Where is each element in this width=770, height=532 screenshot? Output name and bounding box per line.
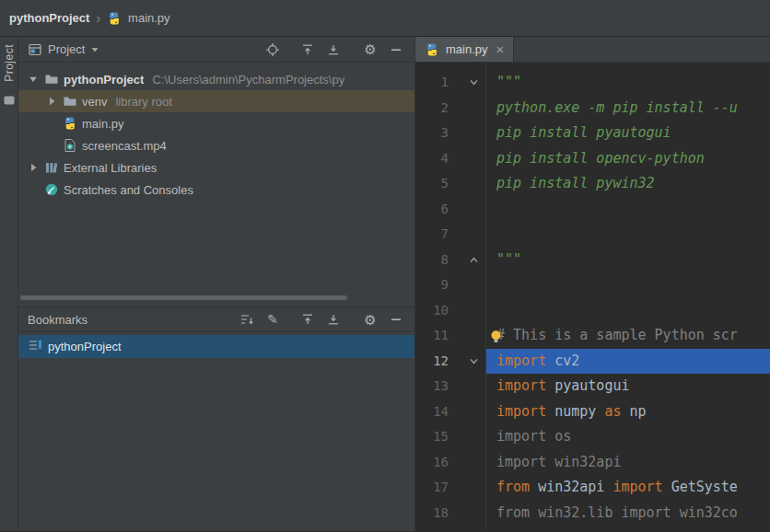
line-number[interactable]: 8 — [415, 248, 449, 273]
editor-line: 15import os — [415, 424, 770, 450]
fold-down-icon[interactable] — [449, 349, 485, 375]
edit-pencil-icon[interactable]: ✎ — [262, 309, 284, 330]
code-text[interactable]: import cv2 — [485, 349, 770, 375]
fold-gutter — [449, 323, 485, 349]
project-tree-rows: pythonProjectC:\Users\admin\PycharmProje… — [18, 68, 414, 201]
tree-item-screencast-mp4[interactable]: screencast.mp4 — [18, 134, 414, 156]
line-number[interactable]: 5 — [415, 171, 449, 197]
line-number[interactable]: 16 — [415, 450, 449, 476]
project-toolbar-icons: ⚙ — [262, 40, 407, 60]
fold-gutter — [449, 146, 485, 172]
hide-panel-icon[interactable] — [385, 309, 407, 330]
tool-window-stripe: Project — [0, 37, 18, 531]
tree-item-label: pythonProject — [64, 73, 144, 87]
line-number[interactable]: 15 — [415, 424, 449, 450]
fold-down-icon[interactable] — [449, 70, 485, 96]
tree-item-main-py[interactable]: main.py — [18, 112, 414, 134]
code-text[interactable]: """ — [485, 70, 770, 96]
editor-content[interactable]: 1"""2python.exe -m pip install --u3pip i… — [415, 63, 770, 531]
code-text[interactable]: """ — [485, 248, 770, 273]
line-number[interactable]: 12 — [415, 349, 449, 375]
hide-panel-icon[interactable] — [385, 40, 407, 60]
breadcrumb-project[interactable]: pythonProject — [9, 11, 89, 25]
python-icon — [107, 11, 122, 26]
code-text[interactable] — [485, 272, 770, 298]
expand-all-icon[interactable] — [322, 40, 344, 60]
line-number[interactable]: 2 — [415, 96, 449, 121]
breadcrumb-file[interactable]: main.py — [128, 11, 170, 25]
collapse-all-icon[interactable] — [297, 309, 319, 330]
tree-item-pythonProject[interactable]: pythonProjectC:\Users\admin\PycharmProje… — [18, 68, 414, 90]
fold-gutter — [449, 121, 485, 146]
code-text[interactable]: from win32.lib import win32co — [485, 501, 770, 526]
view-options-icon[interactable] — [236, 309, 258, 330]
bookmark-item-label: pythonProject — [48, 340, 122, 353]
editor-line: 10 — [415, 298, 770, 324]
fold-gutter — [449, 475, 485, 501]
line-number[interactable]: 4 — [415, 146, 449, 172]
tab-main-py[interactable]: main.py × — [415, 37, 514, 62]
code-text[interactable]: import pyautogui — [485, 374, 770, 399]
chevron-down-icon[interactable] — [24, 74, 42, 85]
stripe-tab-icon[interactable] — [3, 94, 16, 107]
line-number[interactable]: 13 — [415, 374, 449, 399]
chevron-right-icon[interactable] — [24, 162, 42, 173]
tree-item-venv[interactable]: venvlibrary root — [18, 90, 414, 112]
line-number[interactable]: 1 — [415, 70, 449, 96]
editor-line: 16import win32api — [415, 450, 770, 476]
line-number[interactable]: 6 — [415, 197, 449, 223]
folder-icon — [42, 72, 61, 87]
line-number[interactable]: 3 — [415, 121, 449, 146]
settings-gear-icon[interactable]: ⚙ — [359, 309, 381, 330]
line-number[interactable]: 17 — [415, 475, 449, 501]
code-text[interactable]: import numpy as np — [485, 399, 770, 425]
horizontal-scrollbar[interactable] — [20, 295, 347, 300]
line-number[interactable]: 10 — [415, 298, 449, 324]
code-text[interactable]: pip install opencv-python — [485, 146, 770, 172]
code-text[interactable]: pip install pywin32 — [485, 171, 770, 197]
bookmarks-list: pythonProject — [18, 332, 414, 531]
library-icon — [42, 160, 61, 175]
bookmarks-panel-title: Bookmarks — [28, 313, 88, 327]
line-number[interactable]: 7 — [415, 222, 449, 248]
fold-gutter — [449, 450, 485, 476]
bookmarks-toolbar-icons: ✎⚙ — [236, 309, 407, 330]
tree-item-external-libraries[interactable]: External Libraries — [18, 156, 414, 179]
line-number[interactable]: 11 — [415, 323, 449, 349]
chevron-right-icon[interactable] — [42, 96, 61, 107]
fold-up-icon[interactable] — [449, 248, 485, 273]
code-text[interactable] — [485, 222, 770, 248]
code-text[interactable] — [485, 298, 770, 324]
code-text[interactable]: # This is a sample Python scr — [485, 323, 770, 349]
bookmark-item-pythonProject[interactable]: pythonProject — [18, 335, 414, 358]
code-text[interactable]: import win32api — [485, 450, 770, 476]
editor-line: 11# This is a sample Python scr — [415, 323, 770, 349]
fold-gutter — [449, 222, 485, 248]
code-text[interactable]: python.exe -m pip install --u — [485, 96, 770, 121]
code-text[interactable]: pip install pyautogui — [485, 121, 770, 146]
stripe-button-project[interactable]: Project — [3, 44, 16, 85]
close-icon[interactable]: × — [496, 42, 505, 56]
project-tree: pythonProjectC:\Users\admin\PycharmProje… — [18, 63, 414, 306]
python-icon — [425, 42, 439, 57]
collapse-all-icon[interactable] — [297, 40, 319, 60]
line-number[interactable]: 9 — [415, 272, 449, 298]
fold-gutter — [449, 374, 485, 399]
fold-gutter — [449, 171, 485, 197]
line-number[interactable]: 14 — [415, 399, 449, 425]
expand-all-icon[interactable] — [322, 309, 344, 330]
editor-line: 2python.exe -m pip install --u — [415, 96, 770, 121]
code-text[interactable] — [485, 197, 770, 223]
project-panel-title[interactable]: Project — [48, 42, 85, 56]
code-text[interactable]: from win32api import GetSyste — [485, 475, 770, 501]
settings-gear-icon[interactable]: ⚙ — [359, 40, 381, 60]
locate-icon[interactable] — [262, 40, 284, 60]
tree-item-scratches-and-consoles[interactable]: Scratches and Consoles — [18, 179, 414, 201]
left-panel: Project ⚙ pythonProjectC:\Users\admin\Py… — [18, 37, 415, 531]
line-number[interactable]: 18 — [415, 501, 449, 526]
code-text[interactable]: import os — [485, 424, 770, 450]
lightbulb-icon[interactable] — [489, 328, 503, 349]
chevron-down-icon[interactable] — [90, 45, 99, 54]
editor-line: 9 — [415, 272, 770, 298]
editor-line: 13import pyautogui — [415, 374, 770, 399]
